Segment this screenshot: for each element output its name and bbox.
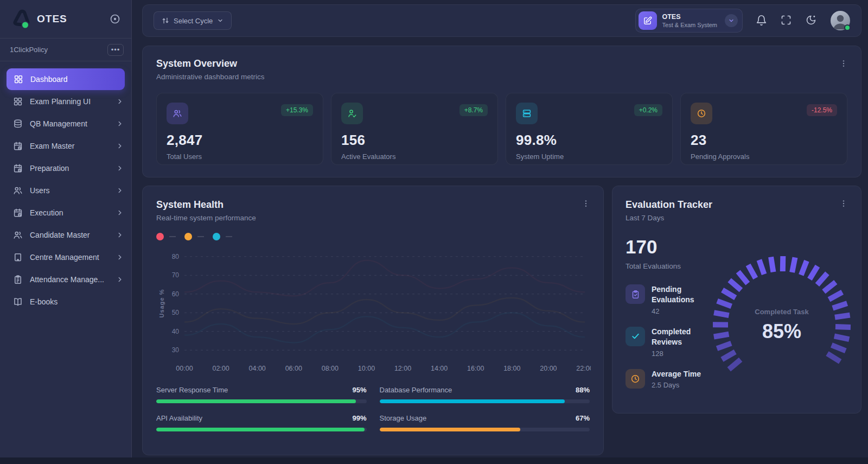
section-subtitle: Administrative dashboard metrics: [156, 73, 847, 81]
legend-series-dot[interactable]: [184, 233, 192, 240]
kebab-menu-icon[interactable]: [838, 198, 849, 209]
server-icon: [516, 103, 538, 124]
sidebar-item-label: Attendance Manage...: [30, 275, 110, 284]
sidebar-item-label: Exam Master: [30, 142, 110, 150]
stat-card-pending-approvals[interactable]: -12.5%23Pending Approvals: [680, 93, 847, 165]
svg-text:14:00: 14:00: [431, 365, 448, 372]
sidebar-item-label: Dashboard: [30, 75, 118, 84]
clipboard-check-icon: [626, 284, 645, 304]
app-window: OTES 1ClickPolicy ••• DashboardExam Plan…: [0, 0, 868, 464]
clipboard-icon: [13, 275, 23, 285]
svg-text:30: 30: [172, 346, 180, 354]
sidebar-item-label: Execution: [30, 208, 110, 217]
svg-text:12:00: 12:00: [394, 365, 411, 372]
svg-text:60: 60: [172, 290, 180, 298]
tracker-item-value: 42: [652, 307, 711, 315]
svg-text:50: 50: [172, 309, 180, 316]
svg-text:20:00: 20:00: [540, 365, 557, 372]
chevron-right-icon: [116, 187, 124, 194]
sidebar-item-exam-planning-ui[interactable]: Exam Planning UI: [0, 91, 131, 112]
stat-card-grid: +15.3%2,847Total Users+8.7%156Active Eva…: [156, 93, 847, 165]
metric-label: API Availability: [156, 414, 202, 422]
chevron-right-icon: [116, 164, 124, 172]
metric-storage-usage: Storage Usage67%: [380, 414, 590, 431]
metric-label: Server Response Time: [156, 386, 228, 394]
sidebar-item-attendance-manage[interactable]: Attendance Manage...: [0, 269, 131, 290]
svg-text:08:00: 08:00: [322, 365, 339, 372]
sidebar-collapse-icon[interactable]: [108, 12, 122, 26]
svg-text:16:00: 16:00: [467, 365, 484, 372]
sidebar-menu: DashboardExam Planning UIQB ManagementEx…: [0, 61, 131, 313]
kebab-menu-icon[interactable]: [580, 198, 591, 209]
sidebar-item-users[interactable]: Users: [0, 180, 131, 201]
stat-label: Pending Approvals: [691, 152, 837, 161]
sidebar-item-exam-master[interactable]: Exam Master: [0, 135, 131, 157]
topbar: Select Cycle OTES Test & Exam System: [142, 4, 861, 37]
sidebar-item-candidate-master[interactable]: Candidate Master: [0, 224, 131, 246]
metric-label: Database Performance: [380, 386, 452, 394]
metric-value: 95%: [352, 386, 366, 394]
trend-badge: +0.2%: [634, 104, 662, 116]
grid-icon: [14, 74, 24, 85]
notifications-bell-icon[interactable]: [756, 15, 768, 27]
svg-text:Usage %: Usage %: [158, 289, 165, 318]
database-icon: [13, 119, 23, 129]
fullscreen-icon[interactable]: [781, 15, 793, 27]
stat-value: 99.8%: [516, 132, 662, 149]
main-content: Select Cycle OTES Test & Exam System: [132, 0, 868, 464]
stat-card-total-users[interactable]: +15.3%2,847Total Users: [156, 93, 323, 165]
users-icon: [13, 186, 23, 196]
legend-series-dot[interactable]: [213, 233, 220, 240]
stat-value: 156: [341, 132, 488, 149]
kebab-menu-icon[interactable]: [838, 58, 849, 69]
tracker-item-label: Average Time: [652, 369, 711, 379]
tracker-item-value: 128: [652, 349, 711, 358]
metric-database-performance: Database Performance88%: [380, 386, 590, 403]
stat-card-active-evaluators[interactable]: +8.7%156Active Evaluators: [331, 93, 498, 165]
calendar-icon: [13, 163, 23, 174]
sidebar-item-label: Centre Management: [30, 253, 110, 262]
legend-series-dash: [169, 236, 176, 237]
svg-text:70: 70: [172, 271, 180, 279]
sidebar-item-centre-management[interactable]: Centre Management: [0, 246, 131, 268]
system-overview-section: System Overview Administrative dashboard…: [142, 46, 861, 177]
metric-progress-bar: [380, 428, 590, 431]
svg-text:02:00: 02:00: [212, 365, 229, 372]
sidebar-item-qb-management[interactable]: QB Management: [0, 113, 131, 135]
sidebar-item-label: Exam Planning UI: [30, 97, 110, 106]
user-check-icon: [341, 103, 363, 124]
sidebar-item-e-books[interactable]: E-books: [0, 291, 131, 313]
app-switcher-title: OTES: [662, 13, 717, 21]
bottom-strip: [0, 457, 868, 464]
user-avatar[interactable]: [831, 11, 850, 30]
metric-server-response-time: Server Response Time95%: [156, 386, 367, 403]
tracker-item-label: Pending Evaluations: [652, 284, 711, 305]
trend-badge: +8.7%: [459, 104, 488, 116]
sidebar-item-execution[interactable]: Execution: [0, 202, 131, 224]
calendar-icon: [13, 141, 23, 151]
dark-mode-moon-icon[interactable]: [806, 15, 818, 27]
svg-text:40: 40: [172, 328, 180, 335]
edit-icon: [639, 11, 657, 30]
sidebar-item-preparation[interactable]: Preparation: [0, 157, 131, 179]
svg-text:00:00: 00:00: [176, 365, 193, 372]
grid-icon: [13, 97, 23, 107]
section-subtitle: Last 7 Days: [626, 214, 848, 222]
svg-text:04:00: 04:00: [249, 365, 266, 372]
legend-series-dot[interactable]: [156, 233, 164, 240]
chevron-right-icon: [116, 209, 124, 217]
workspace-menu-button[interactable]: •••: [107, 44, 124, 56]
building-icon: [13, 252, 23, 263]
chevron-right-icon: [116, 253, 124, 261]
chart-legend: [156, 233, 590, 240]
select-cycle-dropdown[interactable]: Select Cycle: [154, 11, 232, 30]
evaluation-tracker-section: Evaluation Tracker Last 7 Days 170 Total…: [612, 186, 861, 414]
chevron-right-icon: [116, 120, 124, 128]
app-switcher[interactable]: OTES Test & Exam System: [635, 9, 743, 33]
stat-card-system-uptime[interactable]: +0.2%99.8%System Uptime: [506, 93, 673, 165]
svg-text:22:00: 22:00: [576, 365, 591, 372]
sidebar-item-label: Candidate Master: [30, 231, 110, 239]
metric-progress-bar: [156, 399, 367, 403]
arrow-up-down-icon: [162, 17, 169, 24]
sidebar-item-dashboard[interactable]: Dashboard: [7, 68, 125, 90]
